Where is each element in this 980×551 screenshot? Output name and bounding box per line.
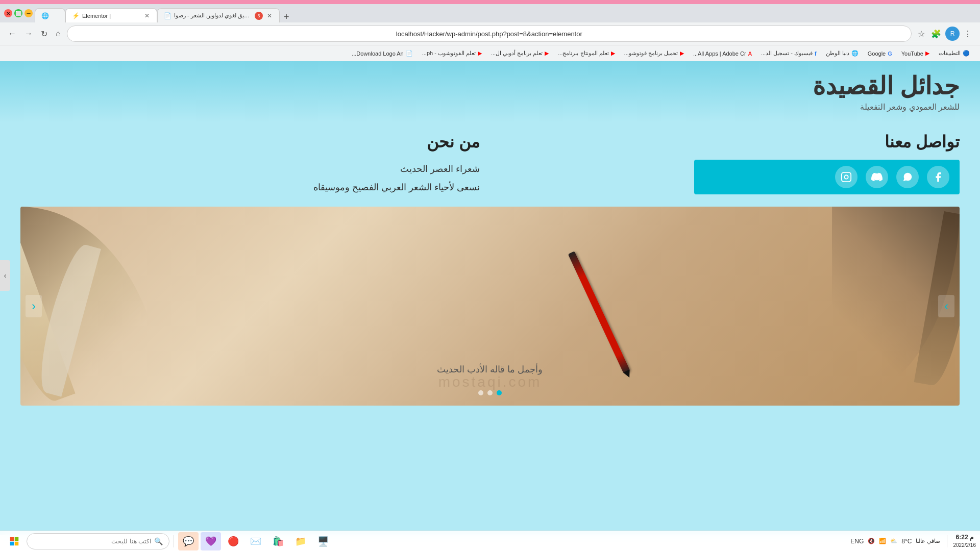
back-button[interactable]: ← — [6, 27, 18, 40]
tab-poetry[interactable]: 📄 تدقيق لغوي لدواوين الشعر - رضوا- 5 ✕ — [157, 8, 280, 22]
slider-prev-button[interactable]: ‹ — [26, 295, 42, 317]
bookmark-adobe[interactable]: A All Apps | Adobe Cr... — [689, 49, 756, 58]
bookmark-youtube[interactable]: ▶ YouTube — [897, 49, 934, 58]
sidebar-handle[interactable]: › — [0, 260, 10, 291]
google-icon: G — [888, 51, 892, 57]
bookmark-montage[interactable]: ▶ تعلم المونتاج ببرنامج... — [554, 49, 619, 58]
system-tray: ENG 🔇 📶 ⛅ 8°C صافي عالنا 6:22 م 2022/2/1… — [850, 534, 976, 548]
about-title: من نحن — [20, 132, 480, 152]
separator1 — [174, 535, 174, 547]
bookmark-photoshop-dl[interactable]: ▶ تحميل برنامج فوتوشو... — [620, 49, 688, 58]
tab-elementor-title: Elementor | — [82, 13, 140, 19]
slider-caption: وأجمل ما قاله الأدب الحديث — [437, 364, 543, 375]
network-icon[interactable]: 📶 — [879, 538, 886, 544]
volume-icon[interactable]: 🔇 — [868, 538, 875, 544]
svg-rect-0 — [842, 172, 851, 182]
tabs-area: 🌐 ⚡ Elementor | ✕ 📄 تدقيق لغوي لدواوين ا… — [35, 4, 976, 22]
slider-dot-3[interactable] — [478, 390, 483, 395]
menu-button[interactable]: ⋮ — [962, 27, 974, 41]
slider-next-button[interactable]: › — [938, 295, 954, 317]
svg-rect-2 — [10, 537, 14, 541]
clock-area[interactable]: 6:22 م 2022/2/16 — [953, 534, 976, 548]
tab-elementor-close[interactable]: ✕ — [143, 12, 151, 19]
tab-poetry-favicon: 📄 — [164, 12, 171, 19]
weather-temp: 8°C — [901, 538, 912, 545]
forward-button[interactable]: → — [22, 27, 35, 40]
bookmark-label: Download Logo An... — [352, 51, 404, 57]
logo-icon: 📄 — [406, 50, 413, 57]
tab-elementor-favicon: ⚡ — [72, 12, 79, 19]
tab-poetry-close[interactable]: ✕ — [266, 12, 273, 19]
taskbar-mail-app[interactable]: ✉️ — [246, 532, 266, 550]
facebook-bookmark-icon: f — [815, 51, 817, 57]
taskbar-discord-app[interactable]: 💜 — [201, 532, 221, 550]
time-display: 6:22 م — [953, 534, 976, 542]
taskbar-screens-app[interactable]: 🖥️ — [313, 532, 333, 550]
profile-button[interactable]: R — [945, 27, 960, 41]
taskbar-chat-app[interactable]: 💬 — [178, 532, 199, 550]
site-title: جدائل القصيدة — [20, 71, 960, 100]
yt-icon3: ▶ — [545, 50, 549, 57]
weather-desc: صافي عالنا — [916, 538, 940, 544]
bookmark-label: Google — [868, 51, 886, 57]
search-box: 🔍 — [27, 533, 169, 549]
language-indicator[interactable]: ENG — [850, 538, 864, 545]
svg-rect-5 — [15, 541, 19, 545]
yt-icon: ▶ — [680, 50, 684, 57]
taskbar-store-app[interactable]: 🛍️ — [268, 532, 288, 550]
address-bar: ← → ↻ ⌂ ☆ 🧩 R ⋮ — [0, 22, 980, 45]
contact-section: تواصل معنا — [500, 132, 960, 196]
bookmark-favicon: 🌐 — [851, 50, 859, 57]
bookmarks-bar: 🔵 التطبيقات ▶ YouTube G Google 🌐 دنيا ال… — [0, 45, 980, 61]
youtube-icon: ▶ — [925, 50, 929, 57]
tab-newtab-favicon: 🌐 — [41, 12, 48, 19]
tab-poetry-title: تدقيق لغوي لدواوين الشعر - رضوا- — [174, 12, 252, 19]
pen-decoration — [568, 251, 631, 374]
date-display: 2022/2/16 — [953, 542, 976, 548]
bookmark-donia[interactable]: 🌐 دنيا الوطن — [822, 49, 863, 58]
browser-chrome: ✕ ⬜ ─ 🌐 ⚡ Elementor | ✕ 📄 تدقيق لغوي لدو… — [0, 4, 980, 61]
bookmark-label: دنيا الوطن — [826, 50, 849, 57]
search-input[interactable] — [33, 538, 151, 545]
bookmark-label: فيسبوك - تسجيل الد... — [761, 50, 813, 57]
extensions-button[interactable]: 🧩 — [929, 27, 943, 41]
minimize-window-button[interactable]: ─ — [24, 9, 33, 17]
instagram-icon[interactable] — [835, 166, 857, 188]
bookmark-label: تعلم المونتاج ببرنامج... — [558, 50, 608, 57]
taskbar-chrome-app[interactable]: 🔴 — [223, 532, 243, 550]
bookmark-star[interactable]: ☆ — [916, 27, 927, 41]
bookmark-facebook[interactable]: f فيسبوك - تسجيل الد... — [757, 49, 821, 58]
bookmark-google[interactable]: G Google — [864, 49, 896, 58]
discord-icon[interactable] — [866, 166, 888, 188]
yt-icon4: ▶ — [478, 50, 482, 57]
slider-dot-2[interactable] — [487, 390, 493, 395]
main-area: تواصل معنا م — [0, 122, 980, 207]
bookmark-photoshop-learn[interactable]: ▶ تعلم الفوتوشوب - ph... — [418, 49, 486, 58]
reload-button[interactable]: ↻ — [39, 27, 50, 41]
svg-rect-3 — [15, 537, 19, 541]
start-button[interactable] — [4, 532, 24, 550]
bookmark-label: التطبيقات — [939, 50, 961, 57]
whatsapp-icon[interactable] — [896, 166, 919, 188]
close-window-button[interactable]: ✕ — [4, 9, 12, 17]
home-button[interactable]: ⌂ — [54, 27, 63, 40]
bookmark-tatbiqat[interactable]: 🔵 التطبيقات — [935, 49, 974, 58]
new-tab-button[interactable]: + — [280, 12, 293, 22]
slider-dots — [478, 390, 502, 395]
about-section: من نحن شعراء العصر الحديث نسعى لأحياء ال… — [20, 132, 480, 196]
tab-newtab[interactable]: 🌐 — [35, 8, 65, 22]
pink-top-bar — [0, 0, 980, 4]
separator2 — [947, 535, 947, 547]
facebook-icon[interactable] — [927, 166, 949, 188]
tab-elementor[interactable]: ⚡ Elementor | ✕ — [65, 8, 157, 22]
address-icons: ☆ 🧩 R ⋮ — [916, 27, 974, 41]
bookmark-adobe-learn[interactable]: ▶ تعلم برنامج أدوبي ال... — [487, 49, 553, 58]
taskbar-files-app[interactable]: 📁 — [290, 532, 311, 550]
chevron-right-icon: › — [4, 271, 7, 280]
address-input[interactable] — [67, 26, 912, 42]
bookmark-logo[interactable]: 📄 Download Logo An... — [348, 49, 417, 58]
bookmark-label: YouTube — [901, 51, 923, 57]
bookmark-label: تحميل برنامج فوتوشو... — [624, 50, 678, 57]
slider-dot-1[interactable] — [497, 390, 502, 395]
maximize-window-button[interactable]: ⬜ — [14, 9, 22, 17]
